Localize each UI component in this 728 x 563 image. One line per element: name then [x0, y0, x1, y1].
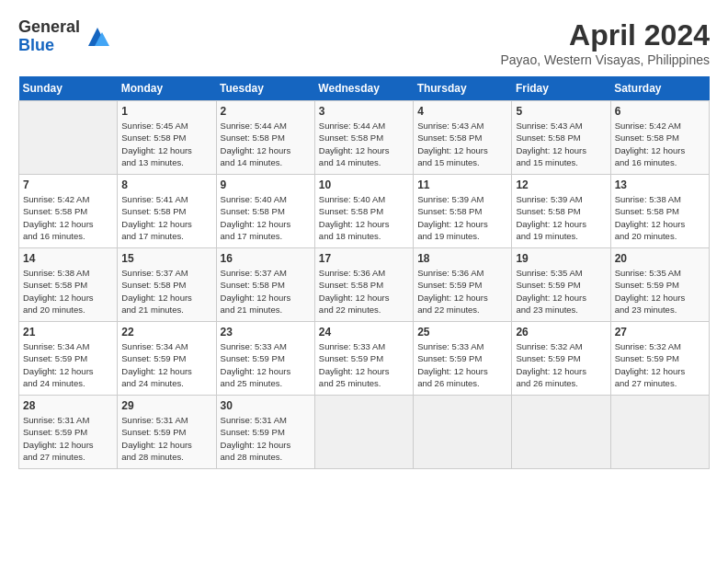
day-info: Sunrise: 5:37 AM Sunset: 5:58 PM Dayligh…: [121, 267, 211, 316]
day-number: 3: [319, 105, 409, 118]
day-info: Sunrise: 5:33 AM Sunset: 5:59 PM Dayligh…: [417, 340, 507, 389]
calendar-cell: 28Sunrise: 5:31 AM Sunset: 5:59 PM Dayli…: [19, 396, 118, 469]
calendar-cell: 9Sunrise: 5:40 AM Sunset: 5:58 PM Daylig…: [216, 175, 314, 248]
day-info: Sunrise: 5:43 AM Sunset: 5:58 PM Dayligh…: [417, 120, 507, 168]
day-header-wednesday: Wednesday: [314, 76, 413, 101]
calendar-cell: 4Sunrise: 5:43 AM Sunset: 5:58 PM Daylig…: [414, 101, 512, 175]
day-info: Sunrise: 5:44 AM Sunset: 5:58 PM Dayligh…: [319, 120, 409, 168]
day-info: Sunrise: 5:35 AM Sunset: 5:59 PM Dayligh…: [516, 267, 606, 316]
day-number: 27: [615, 326, 705, 339]
calendar-cell: 11Sunrise: 5:39 AM Sunset: 5:58 PM Dayli…: [414, 175, 512, 248]
day-number: 4: [417, 105, 507, 118]
day-number: 15: [121, 252, 211, 265]
header: General Blue April 2024 Payao, Western V…: [18, 18, 710, 67]
calendar-cell: 15Sunrise: 5:37 AM Sunset: 5:58 PM Dayli…: [118, 248, 216, 322]
location-title: Payao, Western Visayas, Philippines: [501, 52, 711, 67]
day-info: Sunrise: 5:43 AM Sunset: 5:58 PM Dayligh…: [516, 120, 606, 168]
day-info: Sunrise: 5:31 AM Sunset: 5:59 PM Dayligh…: [23, 414, 113, 463]
day-info: Sunrise: 5:33 AM Sunset: 5:59 PM Dayligh…: [319, 340, 409, 389]
day-number: 20: [615, 252, 705, 265]
day-info: Sunrise: 5:41 AM Sunset: 5:58 PM Dayligh…: [121, 193, 211, 242]
day-number: 12: [516, 178, 606, 191]
calendar-cell: [19, 101, 118, 175]
day-info: Sunrise: 5:44 AM Sunset: 5:58 PM Dayligh…: [221, 120, 311, 168]
day-header-tuesday: Tuesday: [216, 76, 314, 101]
calendar-cell: 26Sunrise: 5:32 AM Sunset: 5:59 PM Dayli…: [512, 322, 610, 396]
day-info: Sunrise: 5:32 AM Sunset: 5:59 PM Dayligh…: [615, 340, 705, 389]
calendar-cell: 18Sunrise: 5:36 AM Sunset: 5:59 PM Dayli…: [414, 248, 512, 322]
day-number: 13: [615, 178, 705, 191]
calendar-cell: 22Sunrise: 5:34 AM Sunset: 5:59 PM Dayli…: [118, 322, 216, 396]
day-info: Sunrise: 5:42 AM Sunset: 5:58 PM Dayligh…: [23, 193, 113, 242]
calendar-cell: 3Sunrise: 5:44 AM Sunset: 5:58 PM Daylig…: [314, 101, 413, 175]
calendar-cell: [414, 396, 512, 469]
day-info: Sunrise: 5:37 AM Sunset: 5:58 PM Dayligh…: [221, 267, 311, 316]
calendar-cell: 19Sunrise: 5:35 AM Sunset: 5:59 PM Dayli…: [512, 248, 610, 322]
calendar-cell: 24Sunrise: 5:33 AM Sunset: 5:59 PM Dayli…: [314, 322, 413, 396]
day-number: 30: [221, 399, 311, 412]
calendar-cell: 10Sunrise: 5:40 AM Sunset: 5:58 PM Dayli…: [314, 175, 413, 248]
day-info: Sunrise: 5:36 AM Sunset: 5:58 PM Dayligh…: [319, 267, 409, 316]
calendar-cell: [610, 396, 709, 469]
day-info: Sunrise: 5:31 AM Sunset: 5:59 PM Dayligh…: [221, 414, 311, 463]
day-number: 18: [417, 252, 507, 265]
calendar-cell: [314, 396, 413, 469]
calendar-cell: 27Sunrise: 5:32 AM Sunset: 5:59 PM Dayli…: [610, 322, 709, 396]
calendar-cell: 13Sunrise: 5:38 AM Sunset: 5:58 PM Dayli…: [610, 175, 709, 248]
week-row-2: 7Sunrise: 5:42 AM Sunset: 5:58 PM Daylig…: [19, 175, 710, 248]
day-info: Sunrise: 5:34 AM Sunset: 5:59 PM Dayligh…: [121, 340, 211, 389]
calendar-cell: 25Sunrise: 5:33 AM Sunset: 5:59 PM Dayli…: [414, 322, 512, 396]
calendar-cell: 23Sunrise: 5:33 AM Sunset: 5:59 PM Dayli…: [216, 322, 314, 396]
logo-blue: Blue: [18, 37, 80, 55]
day-info: Sunrise: 5:33 AM Sunset: 5:59 PM Dayligh…: [221, 340, 311, 389]
title-area: April 2024 Payao, Western Visayas, Phili…: [501, 18, 711, 67]
day-number: 9: [221, 178, 311, 191]
logo-general: General: [18, 18, 80, 37]
day-header-sunday: Sunday: [19, 76, 118, 101]
day-info: Sunrise: 5:32 AM Sunset: 5:59 PM Dayligh…: [516, 340, 606, 389]
day-number: 25: [417, 326, 507, 339]
calendar-cell: 29Sunrise: 5:31 AM Sunset: 5:59 PM Dayli…: [118, 396, 216, 469]
day-number: 23: [221, 326, 311, 339]
day-number: 5: [516, 105, 606, 118]
logo-icon: [84, 23, 111, 51]
day-number: 10: [319, 178, 409, 191]
day-number: 1: [121, 105, 211, 118]
day-number: 26: [516, 326, 606, 339]
day-header-saturday: Saturday: [610, 76, 709, 101]
day-number: 17: [319, 252, 409, 265]
calendar-cell: 7Sunrise: 5:42 AM Sunset: 5:58 PM Daylig…: [19, 175, 118, 248]
calendar-cell: 17Sunrise: 5:36 AM Sunset: 5:58 PM Dayli…: [314, 248, 413, 322]
calendar-cell: 2Sunrise: 5:44 AM Sunset: 5:58 PM Daylig…: [216, 101, 314, 175]
calendar-cell: 1Sunrise: 5:45 AM Sunset: 5:58 PM Daylig…: [118, 101, 216, 175]
calendar-cell: 5Sunrise: 5:43 AM Sunset: 5:58 PM Daylig…: [512, 101, 610, 175]
day-number: 16: [221, 252, 311, 265]
calendar-cell: 16Sunrise: 5:37 AM Sunset: 5:58 PM Dayli…: [216, 248, 314, 322]
week-row-4: 21Sunrise: 5:34 AM Sunset: 5:59 PM Dayli…: [19, 322, 710, 396]
day-info: Sunrise: 5:38 AM Sunset: 5:58 PM Dayligh…: [23, 267, 113, 316]
calendar-cell: 12Sunrise: 5:39 AM Sunset: 5:58 PM Dayli…: [512, 175, 610, 248]
day-info: Sunrise: 5:40 AM Sunset: 5:58 PM Dayligh…: [221, 193, 311, 242]
week-row-1: 1Sunrise: 5:45 AM Sunset: 5:58 PM Daylig…: [19, 101, 710, 175]
day-info: Sunrise: 5:31 AM Sunset: 5:59 PM Dayligh…: [121, 414, 211, 463]
day-header-thursday: Thursday: [414, 76, 512, 101]
calendar-cell: 6Sunrise: 5:42 AM Sunset: 5:58 PM Daylig…: [610, 101, 709, 175]
day-number: 29: [121, 399, 211, 412]
calendar-table: SundayMondayTuesdayWednesdayThursdayFrid…: [18, 76, 710, 469]
day-info: Sunrise: 5:42 AM Sunset: 5:58 PM Dayligh…: [615, 120, 705, 168]
day-number: 24: [319, 326, 409, 339]
calendar-cell: 14Sunrise: 5:38 AM Sunset: 5:58 PM Dayli…: [19, 248, 118, 322]
week-row-5: 28Sunrise: 5:31 AM Sunset: 5:59 PM Dayli…: [19, 396, 710, 469]
day-info: Sunrise: 5:35 AM Sunset: 5:59 PM Dayligh…: [615, 267, 705, 316]
day-number: 19: [516, 252, 606, 265]
calendar-cell: 30Sunrise: 5:31 AM Sunset: 5:59 PM Dayli…: [216, 396, 314, 469]
calendar-cell: [512, 396, 610, 469]
day-number: 28: [23, 399, 113, 412]
day-info: Sunrise: 5:40 AM Sunset: 5:58 PM Dayligh…: [319, 193, 409, 242]
logo: General Blue: [18, 18, 111, 55]
day-header-monday: Monday: [118, 76, 216, 101]
day-number: 21: [23, 326, 113, 339]
day-info: Sunrise: 5:36 AM Sunset: 5:59 PM Dayligh…: [417, 267, 507, 316]
calendar-cell: 8Sunrise: 5:41 AM Sunset: 5:58 PM Daylig…: [118, 175, 216, 248]
day-number: 11: [417, 178, 507, 191]
